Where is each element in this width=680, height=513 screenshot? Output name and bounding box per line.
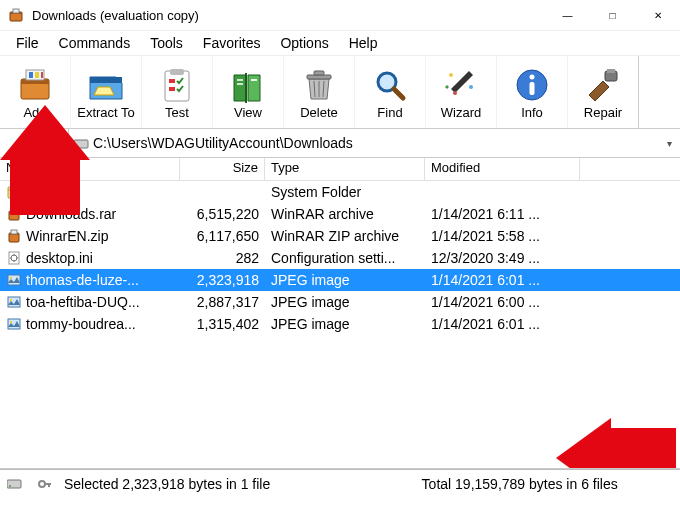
winrar-app-icon xyxy=(8,7,24,23)
tool-delete[interactable]: Delete xyxy=(284,56,355,128)
repair-icon xyxy=(583,65,623,105)
menu-file[interactable]: File xyxy=(6,33,49,53)
file-row[interactable]: desktop.ini282Configuration setti...12/3… xyxy=(0,247,680,269)
tool-find[interactable]: Find xyxy=(355,56,426,128)
header-size[interactable]: Size xyxy=(180,158,265,180)
file-name: desktop.ini xyxy=(26,250,93,266)
find-icon xyxy=(370,65,410,105)
menu-favorites[interactable]: Favorites xyxy=(193,33,271,53)
file-name: WinrarEN.zip xyxy=(26,228,108,244)
file-icon xyxy=(6,228,22,244)
file-modified: 12/3/2020 3:49 ... xyxy=(425,250,580,266)
file-icon xyxy=(6,316,22,332)
menu-help[interactable]: Help xyxy=(339,33,388,53)
file-list[interactable]: Name Size Type Modified ..System FolderD… xyxy=(0,158,680,468)
file-row[interactable]: toa-heftiba-DUQ...2,887,317JPEG image1/1… xyxy=(0,291,680,313)
tool-add[interactable]: Add xyxy=(0,56,71,128)
tool-test[interactable]: Test xyxy=(142,56,213,128)
file-size: 1,315,402 xyxy=(180,316,265,332)
chevron-down-icon[interactable]: ▾ xyxy=(667,138,672,149)
file-modified: 1/14/2021 6:00 ... xyxy=(425,294,580,310)
status-total: Total 19,159,789 bytes in 6 files xyxy=(418,476,618,492)
tool-test-label: Test xyxy=(165,105,189,120)
file-name: .. xyxy=(26,184,34,200)
file-type: WinRAR ZIP archive xyxy=(265,228,425,244)
tool-repair-label: Repair xyxy=(584,105,622,120)
header-name[interactable]: Name xyxy=(0,158,180,180)
file-name: toa-heftiba-DUQ... xyxy=(26,294,140,310)
minimize-button[interactable]: — xyxy=(545,0,590,30)
file-size: 2,323,918 xyxy=(180,272,265,288)
file-modified: 1/14/2021 6:01 ... xyxy=(425,272,580,288)
file-name: Downloads.rar xyxy=(26,206,116,222)
file-type: WinRAR archive xyxy=(265,206,425,222)
tool-view[interactable]: View xyxy=(213,56,284,128)
tool-add-label: Add xyxy=(23,105,46,120)
tool-extract-label: Extract To xyxy=(77,105,135,120)
svg-rect-46 xyxy=(27,138,33,141)
close-button[interactable]: ✕ xyxy=(635,0,680,30)
file-size: 6,117,650 xyxy=(180,228,265,244)
file-name: tommy-boudrea... xyxy=(26,316,136,332)
tool-find-label: Find xyxy=(377,105,402,120)
svg-point-47 xyxy=(39,481,45,487)
tool-delete-label: Delete xyxy=(300,105,338,120)
file-size: 6,515,220 xyxy=(180,206,265,222)
view-icon xyxy=(228,65,268,105)
window-title: Downloads (evaluation copy) xyxy=(32,8,545,23)
header-type[interactable]: Type xyxy=(265,158,425,180)
annotation-arrow-right xyxy=(556,418,676,468)
file-modified: 1/14/2021 6:11 ... xyxy=(425,206,580,222)
file-row[interactable]: tommy-boudrea...1,315,402JPEG image1/14/… xyxy=(0,313,680,335)
tool-info-label: Info xyxy=(521,105,543,120)
extract-icon xyxy=(86,65,126,105)
file-name: thomas-de-luze-... xyxy=(26,272,139,288)
maximize-button[interactable]: □ xyxy=(590,0,635,30)
menu-tools[interactable]: Tools xyxy=(140,33,193,53)
file-type: System Folder xyxy=(265,184,425,200)
menubar: File Commands Tools Favorites Options He… xyxy=(0,31,680,55)
addressbar: C:\Users\WDAGUtilityAccount\Downloads ▾ xyxy=(0,129,680,158)
file-row[interactable]: thomas-de-luze-...2,323,918JPEG image1/1… xyxy=(0,269,680,291)
file-type: Configuration setti... xyxy=(265,250,425,266)
address-path: C:\Users\WDAGUtilityAccount\Downloads xyxy=(93,135,353,151)
column-headers: Name Size Type Modified xyxy=(0,158,680,181)
file-icon xyxy=(6,206,22,222)
toolbar: Add Extract To Test View Delete Find Wiz… xyxy=(0,55,680,129)
file-row[interactable]: ..System Folder xyxy=(0,181,680,203)
file-type: JPEG image xyxy=(265,272,425,288)
tool-wizard[interactable]: Wizard xyxy=(426,56,497,128)
file-row[interactable]: WinrarEN.zip6,117,650WinRAR ZIP archive1… xyxy=(0,225,680,247)
disk-icon xyxy=(0,476,30,492)
tool-extract[interactable]: Extract To xyxy=(71,56,142,128)
tool-repair[interactable]: Repair xyxy=(568,56,639,128)
menu-commands[interactable]: Commands xyxy=(49,33,141,53)
info-icon xyxy=(512,65,552,105)
file-size: 2,887,317 xyxy=(180,294,265,310)
titlebar: Downloads (evaluation copy) — □ ✕ xyxy=(0,0,680,31)
statusbar: Selected 2,323,918 bytes in 1 file Total… xyxy=(0,469,680,498)
test-icon xyxy=(157,65,197,105)
file-icon xyxy=(6,184,22,200)
tool-view-label: View xyxy=(234,105,262,120)
add-icon xyxy=(15,65,55,105)
up-folder-button[interactable] xyxy=(0,129,69,157)
status-selected: Selected 2,323,918 bytes in 1 file xyxy=(60,476,418,492)
key-icon xyxy=(30,476,60,492)
file-size: 282 xyxy=(180,250,265,266)
file-type: JPEG image xyxy=(265,316,425,332)
tool-wizard-label: Wizard xyxy=(441,105,481,120)
file-type: JPEG image xyxy=(265,294,425,310)
file-icon xyxy=(6,272,22,288)
drive-icon xyxy=(73,135,89,151)
tool-info[interactable]: Info xyxy=(497,56,568,128)
file-modified: 1/14/2021 6:01 ... xyxy=(425,316,580,332)
up-folder-icon xyxy=(24,135,44,151)
header-modified[interactable]: Modified xyxy=(425,158,580,180)
address-field[interactable]: C:\Users\WDAGUtilityAccount\Downloads ▾ xyxy=(69,135,680,151)
file-icon xyxy=(6,294,22,310)
file-icon xyxy=(6,250,22,266)
file-modified: 1/14/2021 5:58 ... xyxy=(425,228,580,244)
menu-options[interactable]: Options xyxy=(270,33,338,53)
file-row[interactable]: Downloads.rar6,515,220WinRAR archive1/14… xyxy=(0,203,680,225)
